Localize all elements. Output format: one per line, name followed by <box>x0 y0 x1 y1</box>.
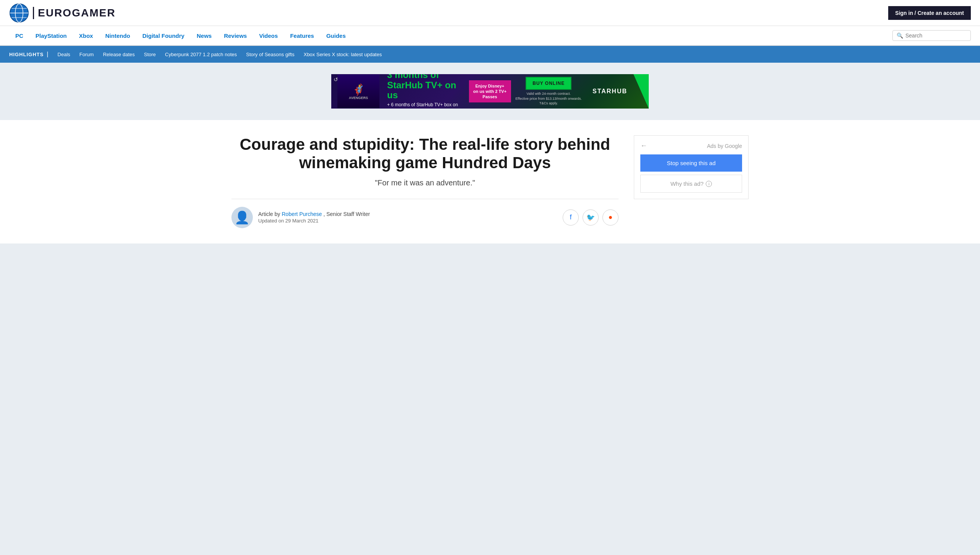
highlight-store[interactable]: Store <box>139 52 160 57</box>
sidebar-area: ← Ads by Google Stop seeing this ad Why … <box>634 135 749 228</box>
author-name[interactable]: Robert Purchese <box>282 211 322 217</box>
facebook-share-button[interactable]: f <box>563 209 579 226</box>
sign-in-button[interactable]: Sign in / Create an account <box>888 6 971 20</box>
avatar: 👤 <box>231 207 253 228</box>
search-icon: 🔍 <box>897 32 903 39</box>
ad-subtext: + 6 months of StarHub TV+ box on us <box>387 102 461 109</box>
byline-prefix: Article <box>258 211 273 217</box>
nav-item-xbox[interactable]: Xbox <box>73 32 99 39</box>
byline-text: Article by Robert Purchese , Senior Staf… <box>258 211 370 217</box>
ad-sidebar: ← Ads by Google Stop seeing this ad Why … <box>634 135 749 199</box>
highlights-bar: HIGHLIGHTS | Deals Forum Release dates S… <box>0 46 980 63</box>
nav-item-pc[interactable]: PC <box>9 32 29 39</box>
ad-buy-area: BUY ONLINE Valid with 24-month contract.… <box>511 77 586 106</box>
nav-item-digital-foundry[interactable]: Digital Foundry <box>136 32 190 39</box>
main-content: Courage and stupidity: The real-life sto… <box>0 120 980 243</box>
ads-by-google-label: Ads by Google <box>707 143 742 149</box>
ad-terms-text: Valid with 24-month contract.Effective p… <box>516 91 582 106</box>
nav-item-guides[interactable]: Guides <box>320 32 352 39</box>
author-role: , Senior Staff Writer <box>323 211 370 217</box>
highlight-release-dates[interactable]: Release dates <box>98 52 139 57</box>
highlight-deals[interactable]: Deals <box>53 52 75 57</box>
byline-text-block: Article by Robert Purchese , Senior Staf… <box>258 211 370 224</box>
site-logo: EUROGAMER <box>33 7 116 19</box>
article-divider <box>231 199 619 199</box>
publish-date: Updated on 29 March 2021 <box>258 218 370 224</box>
highlight-cyberpunk[interactable]: Cyberpunk 2077 1.2 patch notes <box>160 52 241 57</box>
ad-section: ↺ 🦸 AVENGERS 3 months ofStarHub TV+ on u… <box>0 63 980 120</box>
share-icons: f 🐦 ● <box>563 209 619 226</box>
logo-area: EUROGAMER <box>9 3 116 23</box>
highlights-divider: | <box>47 51 48 58</box>
ad-disney-box: Enjoy Disney+ on us with 2 TV+ Passes <box>469 80 511 103</box>
ad-image: 🦸 AVENGERS <box>337 75 379 108</box>
ad-sidebar-header: ← Ads by Google <box>640 142 742 150</box>
top-bar: EUROGAMER Sign in / Create an account <box>0 0 980 26</box>
nav-item-news[interactable]: News <box>190 32 218 39</box>
info-icon: i <box>706 181 712 187</box>
ad-disney-text: Enjoy Disney+ on us with 2 TV+ Passes <box>473 84 506 99</box>
nav-item-videos[interactable]: Videos <box>253 32 284 39</box>
logo-globe-icon <box>9 3 29 23</box>
ad-buy-button[interactable]: BUY ONLINE <box>526 77 571 90</box>
avatar-image: 👤 <box>234 210 250 225</box>
highlights-label: HIGHLIGHTS <box>9 52 44 57</box>
why-this-ad-label: Why this ad? <box>671 180 704 187</box>
nav-item-playstation[interactable]: PlayStation <box>29 32 73 39</box>
stop-seeing-ad-button[interactable]: Stop seeing this ad <box>640 154 742 172</box>
ad-refresh-icon[interactable]: ↺ <box>334 76 338 83</box>
highlight-xbox-series-x[interactable]: Xbox Series X stock: latest updates <box>299 52 387 57</box>
nav-bar: PC PlayStation Xbox Nintendo Digital Fou… <box>0 26 980 46</box>
article-area: Courage and stupidity: The real-life sto… <box>231 135 619 228</box>
highlight-story-of-seasons[interactable]: Story of Seasons gifts <box>241 52 299 57</box>
ad-decoration <box>633 74 649 109</box>
ad-headline: 3 months ofStarHub TV+ on us <box>387 74 461 101</box>
nav-item-nintendo[interactable]: Nintendo <box>99 32 136 39</box>
content-wrapper: Courage and stupidity: The real-life sto… <box>222 120 758 243</box>
search-input[interactable] <box>905 32 967 39</box>
why-this-ad-button[interactable]: Why this ad? i <box>640 175 742 193</box>
ad-ironman-graphic: 🦸 AVENGERS <box>349 83 368 100</box>
highlight-forum[interactable]: Forum <box>75 52 99 57</box>
nav-item-reviews[interactable]: Reviews <box>218 32 253 39</box>
article-subtitle: "For me it was an adventure." <box>231 179 619 187</box>
article-title: Courage and stupidity: The real-life sto… <box>231 135 619 172</box>
reddit-share-button[interactable]: ● <box>602 209 619 226</box>
byline-area: 👤 Article by Robert Purchese , Senior St… <box>231 207 619 228</box>
byline-left: 👤 Article by Robert Purchese , Senior St… <box>231 207 370 228</box>
search-box[interactable]: 🔍 <box>892 30 971 41</box>
byline-by: by <box>275 211 282 217</box>
ad-banner: ↺ 🦸 AVENGERS 3 months ofStarHub TV+ on u… <box>331 74 649 109</box>
nav-item-features[interactable]: Features <box>284 32 320 39</box>
ad-text-area: 3 months ofStarHub TV+ on us + 6 months … <box>379 74 469 109</box>
ad-back-icon[interactable]: ← <box>640 142 647 150</box>
twitter-share-button[interactable]: 🐦 <box>583 209 599 226</box>
ad-brand-logo: STARHUB <box>586 88 633 95</box>
